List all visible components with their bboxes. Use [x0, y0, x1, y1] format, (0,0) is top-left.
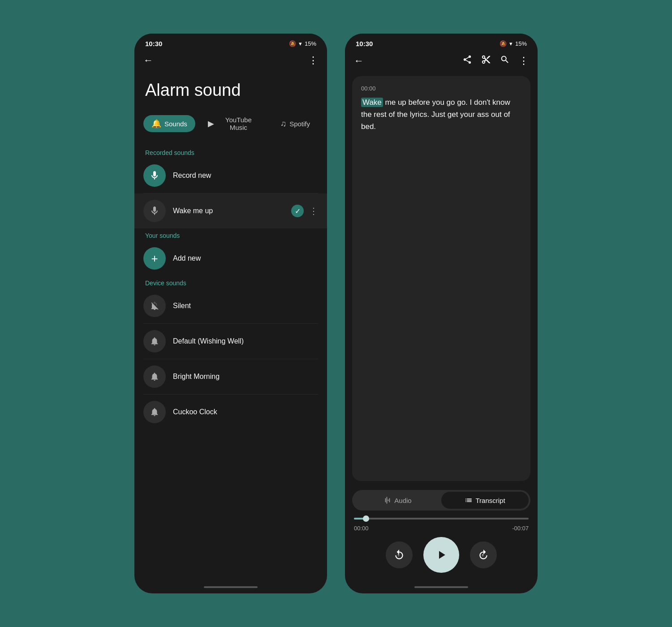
audio-controls-section: Audio Transcript 00:00 -00:0 [345, 485, 538, 586]
mute-icon-2: 🔕 [500, 40, 507, 47]
wake-me-up-actions: ✓ ⋮ [291, 205, 318, 217]
phone-alarm-sound: 10:30 🔕 ▾ 15% ← ⋮ Alarm sound 🔔 Sounds ▶… [134, 34, 327, 593]
alarm-sound-content: Alarm sound 🔔 Sounds ▶ YouTube Music ♫ S… [134, 72, 327, 586]
top-nav-2: ← ⋮ [345, 51, 538, 73]
battery-text: 15% [305, 40, 316, 47]
lines-icon [465, 496, 473, 504]
tab-youtube-music[interactable]: ▶ YouTube Music [200, 112, 268, 135]
play-icon [435, 548, 448, 562]
back-arrow-icon[interactable]: ← [143, 55, 153, 66]
record-new-item[interactable]: Record new [134, 158, 327, 193]
alarm-bell-icon-3 [150, 407, 159, 417]
forward-icon: 6 [478, 549, 489, 561]
microphone-outline-icon [149, 206, 160, 216]
highlighted-word: Wake [361, 98, 383, 107]
bell-icon: 🔔 [151, 119, 161, 129]
wake-me-up-label: Wake me up [173, 207, 291, 215]
silent-item[interactable]: Silent [134, 288, 327, 323]
recording-content: 00:00 Wake me up before you go go. I don… [345, 73, 538, 586]
rewind-button[interactable]: 5 [386, 541, 413, 568]
transcript-timestamp: 00:00 [361, 85, 521, 92]
tab-youtube-label: YouTube Music [217, 116, 260, 131]
bright-morning-item[interactable]: Bright Morning [134, 359, 327, 394]
progress-track[interactable] [354, 518, 529, 520]
more-options-icon-2[interactable]: ⋮ [519, 55, 529, 67]
wifi-icon-2: ▾ [509, 40, 513, 47]
wake-icon-container [143, 200, 166, 222]
item-more-icon[interactable]: ⋮ [309, 206, 318, 216]
status-time-2: 10:30 [356, 40, 373, 47]
add-new-label: Add new [173, 254, 318, 262]
page-title: Alarm sound [134, 72, 327, 112]
tab-spotify-label: Spotify [289, 120, 310, 128]
silent-icon-container [143, 295, 166, 317]
cuckoo-clock-label: Cuckoo Clock [173, 408, 318, 416]
tab-spotify[interactable]: ♫ Spotify [272, 116, 318, 132]
audio-transcript-tabs: Audio Transcript [352, 490, 530, 511]
add-icon-container: + [143, 247, 166, 270]
battery-text-2: 15% [515, 40, 527, 47]
cuckoo-clock-item[interactable]: Cuckoo Clock [134, 395, 327, 429]
alarm-bell-icon [150, 336, 159, 346]
svg-text:5: 5 [398, 554, 400, 557]
time-row: 00:00 -00:07 [352, 523, 530, 537]
device-sounds-header: Device sounds [134, 276, 327, 288]
waveform-icon [383, 496, 392, 504]
default-wishing-well-label: Default (Wishing Well) [173, 337, 318, 345]
audio-tab-label: Audio [394, 497, 411, 504]
sound-source-tabs: 🔔 Sounds ▶ YouTube Music ♫ Spotify [134, 112, 327, 146]
record-icon-container [143, 164, 166, 187]
spotify-icon: ♫ [280, 119, 287, 129]
svg-text:6: 6 [482, 554, 484, 557]
transcript-continuation: me up before you go go. I don't know the… [361, 98, 510, 131]
current-time: 00:00 [354, 525, 369, 532]
recorded-sounds-header: Recorded sounds [134, 146, 327, 158]
remaining-time: -00:07 [512, 525, 529, 532]
bell-icon-wishing [143, 330, 166, 352]
top-nav-actions: ⋮ [462, 55, 529, 67]
status-icons-1: 🔕 ▾ 15% [289, 40, 316, 47]
search-icon[interactable] [500, 55, 510, 67]
alarm-bell-icon-2 [150, 372, 159, 382]
progress-thumb[interactable] [363, 515, 369, 522]
playback-controls: 5 6 [352, 537, 530, 577]
status-bar-2: 10:30 🔕 ▾ 15% [345, 34, 538, 51]
silent-label: Silent [173, 302, 318, 310]
status-bar-1: 10:30 🔕 ▾ 15% [134, 34, 327, 51]
add-new-item[interactable]: + Add new [134, 241, 327, 276]
top-nav-1: ← ⋮ [134, 51, 327, 72]
microphone-icon [149, 170, 160, 181]
status-time-1: 10:30 [145, 40, 162, 47]
wake-me-up-item[interactable]: Wake me up ✓ ⋮ [134, 193, 327, 228]
play-button[interactable] [423, 537, 459, 573]
transcript-box: 00:00 Wake me up before you go go. I don… [352, 76, 530, 481]
bell-icon-cuckoo [143, 401, 166, 423]
home-indicator-2 [414, 586, 468, 588]
cut-icon[interactable] [481, 55, 491, 67]
default-wishing-well-item[interactable]: Default (Wishing Well) [134, 324, 327, 359]
share-icon[interactable] [462, 55, 472, 67]
status-icons-2: 🔕 ▾ 15% [500, 40, 527, 47]
forward-button[interactable]: 6 [470, 541, 497, 568]
your-sounds-header: Your sounds [134, 228, 327, 241]
bright-morning-label: Bright Morning [173, 373, 318, 381]
transcript-body: Wake me up before you go go. I don't kno… [361, 96, 521, 133]
phone-recording: 10:30 🔕 ▾ 15% ← ⋮ [345, 34, 538, 593]
tab-transcript[interactable]: Transcript [441, 492, 529, 509]
selected-checkmark: ✓ [291, 205, 304, 217]
back-arrow-icon-2[interactable]: ← [354, 55, 364, 67]
bell-slash-icon [150, 301, 159, 311]
bell-icon-bright [143, 365, 166, 388]
more-options-icon[interactable]: ⋮ [308, 55, 318, 66]
tab-sounds-label: Sounds [164, 120, 187, 128]
tab-sounds[interactable]: 🔔 Sounds [143, 115, 195, 132]
plus-icon: + [151, 252, 158, 266]
wifi-icon: ▾ [299, 40, 302, 47]
youtube-icon: ▶ [208, 119, 214, 129]
home-indicator-1 [204, 586, 258, 588]
rewind-icon: 5 [393, 549, 405, 561]
tab-audio[interactable]: Audio [354, 492, 441, 509]
progress-bar-container[interactable] [352, 518, 530, 520]
mute-icon: 🔕 [289, 40, 296, 47]
transcript-tab-label: Transcript [475, 497, 505, 504]
